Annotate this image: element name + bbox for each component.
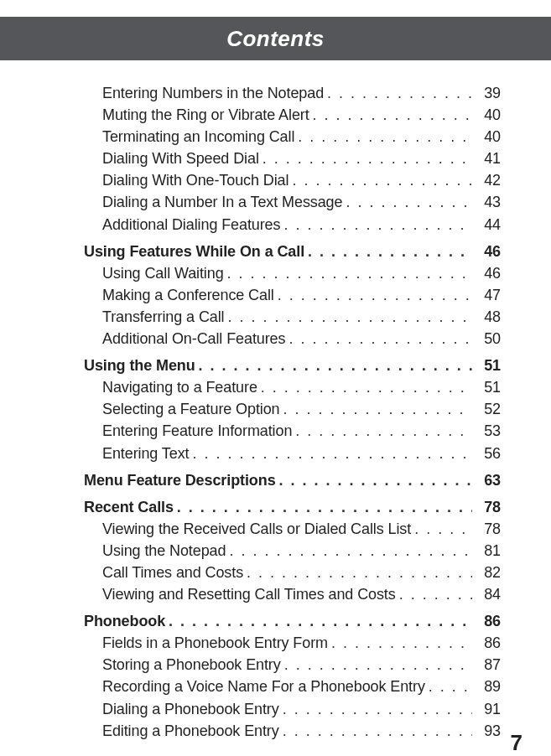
- toc-entry: Storing a Phonebook Entry 87: [50, 654, 501, 676]
- toc-label: Muting the Ring or Vibrate Alert: [102, 104, 313, 126]
- toc-label: Viewing the Received Calls or Dialed Cal…: [102, 518, 414, 540]
- leader-dots: [263, 148, 472, 169]
- toc-entry: Muting the Ring or Vibrate Alert 40: [50, 104, 501, 126]
- leader-dots: [279, 469, 472, 491]
- leader-dots: [399, 583, 472, 605]
- toc-page: 44: [472, 214, 501, 236]
- toc-label: Dialing a Number In a Text Message: [102, 191, 346, 213]
- toc-label: Entering Text: [102, 443, 192, 464]
- leader-dots: [284, 654, 472, 676]
- toc-entry: Making a Conference Call 47: [50, 284, 501, 306]
- leader-dots: [327, 82, 472, 104]
- toc-page: 46: [472, 262, 501, 284]
- toc-section: Using the Menu 51: [50, 355, 501, 376]
- toc-page: 93: [472, 720, 501, 742]
- leader-dots: [308, 241, 472, 262]
- toc-page: 42: [472, 169, 501, 191]
- toc-entry: Transferring a Call 48: [50, 306, 501, 328]
- toc-entry: Viewing the Received Calls or Dialed Cal…: [50, 518, 501, 540]
- toc-entry: Entering Numbers in the Notepad 39: [50, 82, 501, 104]
- leader-dots: [295, 420, 472, 442]
- toc-page: 51: [472, 376, 501, 398]
- toc-label: Using Features While On a Call: [84, 241, 308, 262]
- toc-page: 53: [472, 420, 501, 442]
- leader-dots: [331, 632, 472, 654]
- toc-label: Additional On-Call Features: [102, 328, 288, 350]
- toc-page: 48: [472, 306, 501, 328]
- page-title: Contents: [226, 26, 325, 52]
- toc-label: Transferring a Call: [102, 306, 227, 328]
- toc-page: 43: [472, 191, 501, 213]
- toc-label: Dialing With Speed Dial: [102, 148, 263, 169]
- toc-page: 78: [472, 496, 501, 518]
- page: Contents Entering Numbers in the Notepad…: [0, 17, 551, 756]
- leader-dots: [169, 610, 472, 632]
- toc-entry: Call Times and Costs 82: [50, 562, 501, 583]
- leader-dots: [283, 214, 472, 236]
- toc-entry: Using Call Waiting 46: [50, 262, 501, 284]
- leader-dots: [283, 720, 472, 742]
- leader-dots: [313, 104, 472, 126]
- toc-label: Viewing and Resetting Call Times and Cos…: [102, 583, 399, 605]
- leader-dots: [283, 698, 472, 720]
- toc-entry: Entering Feature Information 53: [50, 420, 501, 442]
- toc-label: Storing a Phonebook Entry: [102, 654, 284, 676]
- toc-label: Using Call Waiting: [102, 262, 227, 284]
- toc-page: 39: [472, 82, 501, 104]
- toc-section: Using Features While On a Call 46: [50, 241, 501, 262]
- toc-entry: Dialing a Number In a Text Message 43: [50, 191, 501, 213]
- leader-dots: [229, 540, 472, 562]
- toc-entry: Dialing With Speed Dial 41: [50, 148, 501, 169]
- leader-dots: [227, 306, 472, 328]
- toc-label: Additional Dialing Features: [102, 214, 283, 236]
- toc-section: Menu Feature Descriptions 63: [50, 469, 501, 491]
- toc-label: Entering Feature Information: [102, 420, 295, 442]
- table-of-contents: Entering Numbers in the Notepad 39 Mutin…: [0, 60, 551, 742]
- toc-entry: Selecting a Feature Option 52: [50, 398, 501, 420]
- leader-dots: [414, 518, 472, 540]
- leader-dots: [177, 496, 472, 518]
- toc-label: Dialing With One-Touch Dial: [102, 169, 292, 191]
- leader-dots: [292, 169, 472, 191]
- toc-page: 89: [472, 676, 501, 697]
- leader-dots: [227, 262, 472, 284]
- toc-page: 78: [472, 518, 501, 540]
- leader-dots: [261, 376, 472, 398]
- leader-dots: [247, 562, 472, 583]
- leader-dots: [298, 126, 472, 148]
- toc-entry: Recording a Voice Name For a Phonebook E…: [50, 676, 501, 697]
- toc-entry: Additional On-Call Features 50: [50, 328, 501, 350]
- toc-label: Recording a Voice Name For a Phonebook E…: [102, 676, 429, 697]
- toc-label: Terminating an Incoming Call: [102, 126, 298, 148]
- toc-label: Call Times and Costs: [102, 562, 247, 583]
- toc-label: Menu Feature Descriptions: [84, 469, 279, 491]
- toc-page: 84: [472, 583, 501, 605]
- toc-entry: Terminating an Incoming Call 40: [50, 126, 501, 148]
- toc-entry: Dialing a Phonebook Entry 91: [50, 698, 501, 720]
- toc-page: 63: [472, 469, 501, 491]
- toc-page: 51: [472, 355, 501, 376]
- leader-dots: [283, 398, 472, 420]
- leader-dots: [429, 676, 472, 697]
- toc-label: Making a Conference Call: [102, 284, 278, 306]
- toc-entry: Fields in a Phonebook Entry Form 86: [50, 632, 501, 654]
- toc-entry: Using the Notepad 81: [50, 540, 501, 562]
- toc-section: Phonebook 86: [50, 610, 501, 632]
- toc-entry: Editing a Phonebook Entry 93: [50, 720, 501, 742]
- leader-dots: [288, 328, 472, 350]
- toc-entry: Entering Text 56: [50, 443, 501, 464]
- toc-page: 50: [472, 328, 501, 350]
- toc-page: 81: [472, 540, 501, 562]
- header-bar: Contents: [0, 17, 551, 60]
- toc-page: 86: [472, 632, 501, 654]
- toc-page: 47: [472, 284, 501, 306]
- toc-page: 52: [472, 398, 501, 420]
- toc-entry: Navigating to a Feature 51: [50, 376, 501, 398]
- page-number: 7: [511, 730, 522, 756]
- toc-page: 56: [472, 443, 501, 464]
- toc-page: 41: [472, 148, 501, 169]
- toc-entry: Viewing and Resetting Call Times and Cos…: [50, 583, 501, 605]
- leader-dots: [192, 443, 472, 464]
- toc-label: Entering Numbers in the Notepad: [102, 82, 327, 104]
- toc-page: 86: [472, 610, 501, 632]
